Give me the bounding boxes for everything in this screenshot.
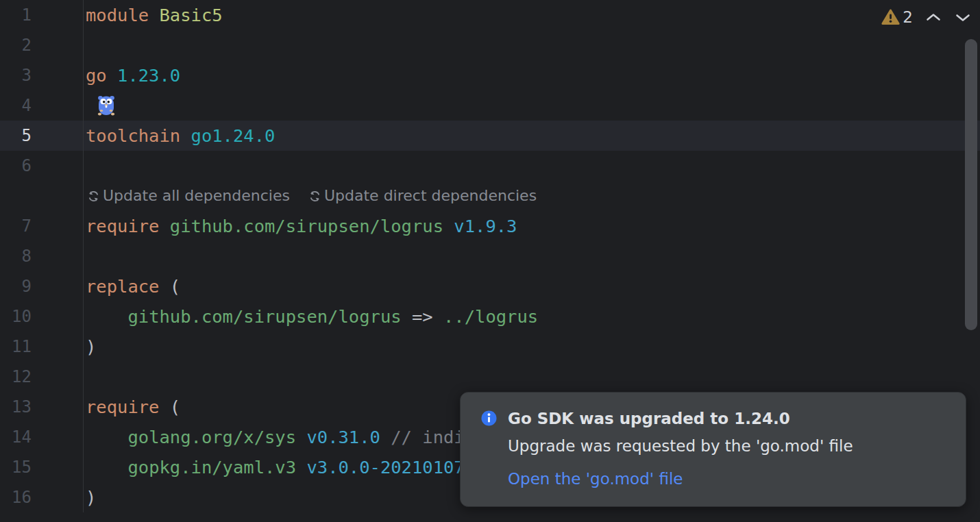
- gutter-cell: 2: [0, 30, 84, 60]
- code-token: ): [86, 482, 96, 512]
- code-token: golang.org/x/sys: [127, 422, 306, 452]
- code-token: gopkg.in/yaml.v3: [127, 452, 306, 482]
- gutter-cell: 14: [0, 422, 84, 452]
- gutter-cell: [0, 181, 84, 211]
- gutter-cell: 13: [0, 392, 84, 422]
- code-token: require: [86, 392, 170, 422]
- code-token: (: [170, 392, 180, 422]
- code-token: 1.23.0: [117, 60, 180, 90]
- line-number: 15: [0, 452, 32, 482]
- notification-popup: Go SDK was upgraded to 1.24.0 Upgrade wa…: [460, 392, 966, 507]
- gutter-cell: 16: [0, 482, 84, 512]
- code-line[interactable]: 2: [0, 30, 980, 60]
- code-line[interactable]: 6: [0, 151, 980, 181]
- code-content: [84, 151, 980, 181]
- line-number: 10: [0, 301, 32, 332]
- line-number: 2: [0, 30, 32, 60]
- gutter-cell: 5: [0, 121, 84, 151]
- code-line[interactable]: 10 github.com/sirupsen/logrus => ../logr…: [0, 301, 980, 332]
- code-content: github.com/sirupsen/logrus => ../logrus: [84, 301, 980, 332]
- inspection-widget: 2: [881, 7, 972, 27]
- inlay-hint-update-direct[interactable]: Update direct dependencies: [308, 181, 537, 211]
- open-go-mod-link[interactable]: Open the 'go.mod' file: [508, 469, 853, 488]
- code-line[interactable]: 3go 1.23.0: [0, 60, 980, 90]
- code-token: [86, 422, 127, 452]
- inlay-hint-label: Update direct dependencies: [324, 181, 537, 211]
- inlay-hint-label: Update all dependencies: [103, 181, 290, 211]
- code-token: =>: [412, 301, 443, 332]
- code-content: module Basic5: [84, 0, 980, 30]
- code-content: replace (: [84, 271, 980, 301]
- line-number: 3: [0, 60, 32, 90]
- refresh-icon: [87, 190, 100, 203]
- code-token: ../logrus: [443, 301, 538, 332]
- line-number: 4: [0, 90, 32, 121]
- code-line[interactable]: 12: [0, 362, 980, 392]
- code-line[interactable]: 5toolchain go1.24.0: [0, 121, 980, 151]
- code-token: Basic5: [159, 0, 222, 30]
- code-line[interactable]: 7require github.com/sirupsen/logrus v1.9…: [0, 211, 980, 241]
- code-token: toolchain: [86, 121, 191, 151]
- code-line[interactable]: 11): [0, 332, 980, 362]
- code-token: v0.31.0: [306, 422, 391, 452]
- code-content: ): [84, 332, 980, 362]
- code-content: require github.com/sirupsen/logrus v1.9.…: [84, 211, 980, 241]
- code-token: go1.24.0: [191, 121, 275, 151]
- inlay-row[interactable]: Update all dependenciesUpdate direct dep…: [0, 181, 980, 211]
- editor-pane: 1module Basic523go 1.23.045toolchain go1…: [0, 0, 980, 522]
- warning-icon[interactable]: [881, 9, 900, 25]
- gutter-cell: 4: [0, 90, 84, 121]
- go-gopher-icon[interactable]: [97, 95, 115, 116]
- inlay-hint-update-all[interactable]: Update all dependencies: [87, 181, 290, 211]
- chevron-up-icon[interactable]: [924, 12, 942, 23]
- code-token: [86, 301, 127, 332]
- line-number: 7: [0, 211, 32, 241]
- code-token: github.com/sirupsen/logrus: [127, 301, 412, 332]
- gutter-cell: 7: [0, 211, 84, 241]
- line-number: 16: [0, 482, 32, 512]
- line-number: 1: [0, 0, 32, 30]
- code-token: v1.9.3: [454, 211, 517, 241]
- gutter-cell: 8: [0, 241, 84, 271]
- code-line[interactable]: 4: [0, 90, 980, 121]
- line-number: 5: [0, 121, 32, 151]
- gutter-cell: 1: [0, 0, 84, 30]
- gutter-cell: 12: [0, 362, 84, 392]
- code-content: [84, 30, 980, 60]
- notification-message: Upgrade was requested by the 'go.mod' fi…: [508, 436, 853, 456]
- code-token: module: [86, 0, 159, 30]
- code-token: go: [86, 60, 117, 90]
- code-token: require: [86, 211, 170, 241]
- gutter-cell: 6: [0, 151, 84, 181]
- code-content: toolchain go1.24.0: [84, 121, 980, 151]
- refresh-icon: [308, 190, 321, 203]
- gutter-cell: 10: [0, 301, 84, 332]
- code-line[interactable]: 1module Basic5: [0, 0, 980, 30]
- code-token: (: [170, 271, 180, 301]
- info-icon: [481, 409, 497, 506]
- code-content: Update all dependenciesUpdate direct dep…: [84, 181, 980, 211]
- code-content: [84, 362, 980, 392]
- code-content: go 1.23.0: [84, 60, 980, 90]
- code-token: ): [86, 332, 96, 362]
- code-content: [84, 241, 980, 271]
- line-number: 14: [0, 422, 32, 452]
- line-number: 8: [0, 241, 32, 271]
- line-number: 13: [0, 392, 32, 422]
- gutter-cell: 9: [0, 271, 84, 301]
- line-number: 11: [0, 332, 32, 362]
- chevron-down-icon[interactable]: [954, 12, 972, 23]
- notification-title: Go SDK was upgraded to 1.24.0: [508, 409, 853, 428]
- line-number: 12: [0, 362, 32, 392]
- code-token: github.com/sirupsen/logrus: [170, 211, 454, 241]
- line-number: 9: [0, 271, 32, 301]
- line-number: 6: [0, 151, 32, 181]
- notification-body: Go SDK was upgraded to 1.24.0 Upgrade wa…: [508, 409, 853, 506]
- code-token: replace: [86, 271, 170, 301]
- warning-count: 2: [903, 8, 913, 26]
- code-line[interactable]: 8: [0, 241, 980, 271]
- vertical-scrollbar-thumb[interactable]: [965, 39, 977, 330]
- code-content: [84, 90, 980, 121]
- gutter-cell: 3: [0, 60, 84, 90]
- code-line[interactable]: 9replace (: [0, 271, 980, 301]
